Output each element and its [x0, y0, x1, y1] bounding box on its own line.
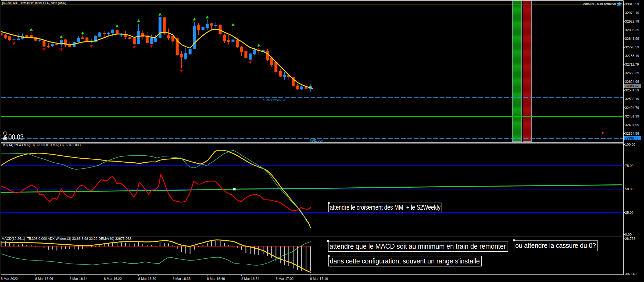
svg-text:8 Mar 16:22: 8 Mar 16:22 [104, 277, 122, 281]
svg-text:8 Mar 16:54: 8 Mar 16:54 [241, 277, 259, 281]
svg-text:32538.19: 32538.19 [625, 97, 639, 101]
svg-text:32338.45: 32338.45 [625, 137, 639, 140]
svg-text:00:03: 00:03 [8, 133, 24, 141]
svg-text:32972.19: 32972.19 [625, 11, 639, 15]
svg-text:0.00: 0.00 [625, 233, 632, 237]
svg-text:8 Mar 16:14: 8 Mar 16:14 [70, 277, 88, 281]
svg-text:8 Mar 16:06: 8 Mar 16:06 [35, 277, 53, 281]
svg-text:32364.59: 32364.59 [625, 132, 639, 135]
svg-text:32798.59: 32798.59 [625, 45, 639, 49]
svg-text:MACD(10,26,1) -75.308 0.000 AD: MACD(10,26,1) -75.308 0.000 ADX Wilder(1… [2, 237, 131, 241]
svg-text:attendre le croisement des MM: attendre le croisement des MM + le S2Wee… [330, 203, 441, 211]
svg-text:8 Mar 17:02: 8 Mar 17:02 [276, 277, 294, 281]
svg-text:ou attendre la cassure du 0?: ou attendre la cassure du 0? [515, 241, 596, 249]
svg-text:33015.59: 33015.59 [625, 2, 639, 6]
svg-text:-86.148: -86.148 [625, 272, 636, 276]
svg-text:50.00: 50.00 [625, 187, 634, 191]
svg-text:S2W132542.28: S2W132542.28 [263, 98, 286, 102]
svg-text:8 Mar 16:46: 8 Mar 16:46 [207, 277, 225, 281]
svg-text:[DJI30], M1: Dow Jones Index: [DJI30], M1: Dow Jones Index CFD, cash (… [2, 1, 66, 5]
svg-text:28.758: 28.758 [625, 237, 635, 241]
svg-text:32603.62: 32603.62 [625, 84, 639, 88]
svg-text:32407.99: 32407.99 [625, 123, 639, 127]
svg-text:25.00: 25.00 [625, 211, 634, 215]
svg-text:75.00: 75.00 [625, 164, 634, 168]
svg-text:dans cette configuration, souv: dans cette configuration, souvent un ran… [330, 257, 480, 265]
svg-text:Admiral - Mini Terminal: Admiral - Mini Terminal [583, 2, 616, 6]
svg-text:8 Mar 16:30: 8 Mar 16:30 [138, 277, 156, 281]
svg-text:32711.79: 32711.79 [625, 63, 639, 66]
svg-text:32885.39: 32885.39 [625, 28, 639, 32]
svg-text:8 Mar 2022: 8 Mar 2022 [1, 277, 18, 281]
svg-text:32451.39: 32451.39 [625, 115, 639, 118]
svg-text:32624.99: 32624.99 [625, 80, 639, 84]
svg-text:100.00: 100.00 [625, 143, 635, 147]
svg-text:32841.99: 32841.99 [625, 37, 639, 41]
svg-text:8 Mar 16:38: 8 Mar 16:38 [173, 277, 191, 281]
svg-text:32494.79: 32494.79 [625, 106, 639, 110]
svg-text:32755.19: 32755.19 [625, 54, 639, 58]
svg-text:32928.79: 32928.79 [625, 20, 639, 23]
svg-text:W1 L: W1 L [312, 139, 319, 142]
svg-text:attendre que le MACD soit au m: attendre que le MACD soit au minimum en … [330, 242, 506, 250]
svg-text:RSI(14) 29.43 MA(10) 32633.019: RSI(14) 29.43 MA(10) 32633.019 MA(30) 32… [2, 143, 81, 147]
svg-text:32581.59: 32581.59 [625, 88, 639, 92]
svg-text:8 Mar 17:10: 8 Mar 17:10 [310, 277, 328, 281]
svg-text:32668.39: 32668.39 [625, 71, 639, 75]
